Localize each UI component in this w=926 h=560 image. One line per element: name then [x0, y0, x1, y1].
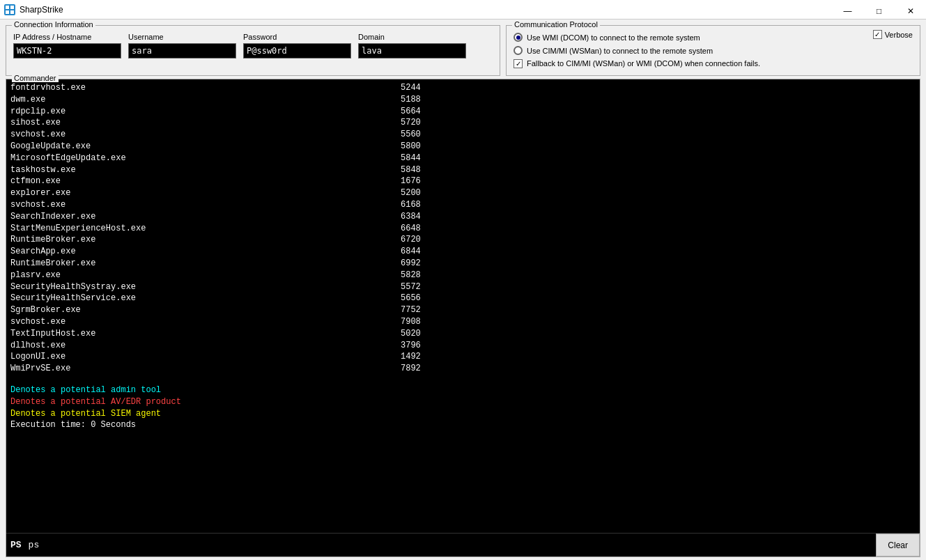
username-field-group: Username — [128, 33, 236, 59]
domain-field-group: Domain — [358, 33, 466, 59]
table-row: sihost.exe5720 — [10, 117, 916, 129]
process-name: StartMenuExperienceHost.exe — [10, 223, 401, 235]
table-row: explorer.exe5200 — [10, 187, 916, 199]
svg-rect-0 — [6, 6, 9, 9]
terminal-input-bar: PS Clear — [6, 533, 920, 557]
password-field-group: Password — [243, 33, 351, 59]
process-pid: 5572 — [401, 281, 421, 293]
window-controls: — □ ✕ — [832, 1, 926, 17]
table-row: SecurityHealthSystray.exe5572 — [10, 281, 916, 293]
process-name: rdpclip.exe — [10, 106, 401, 118]
legend-line: Denotes a potential admin tool — [10, 384, 916, 396]
app-title: SharpStrike — [20, 5, 63, 15]
fallback-label: Fallback to CIM/MI (WSMan) or WMI (DCOM)… — [527, 59, 760, 68]
process-name: WmiPrvSE.exe — [10, 363, 401, 375]
process-pid: 5848 — [401, 164, 421, 176]
process-pid: 6844 — [401, 246, 421, 258]
terminal-prompt: PS — [6, 540, 26, 550]
connection-panel: Connection Information IP Address / Host… — [6, 25, 500, 76]
ip-input[interactable] — [13, 43, 121, 59]
table-row: WmiPrvSE.exe7892 — [10, 363, 916, 375]
process-name: ctfmon.exe — [10, 176, 401, 187]
process-name: svchost.exe — [10, 316, 401, 328]
commander-legend: Commander — [12, 74, 59, 82]
table-row: StartMenuExperienceHost.exe6648 — [10, 223, 916, 235]
process-pid: 5800 — [401, 141, 421, 153]
top-section: Connection Information IP Address / Host… — [0, 20, 926, 79]
table-row: SecurityHealthService.exe5656 — [10, 293, 916, 304]
verbose-checkbox[interactable] — [873, 30, 882, 39]
process-name: taskhostw.exe — [10, 164, 401, 176]
title-bar: SharpStrike — □ ✕ — [0, 0, 926, 20]
table-row: SearchApp.exe6844 — [10, 246, 916, 258]
process-pid: 5560 — [401, 129, 421, 141]
process-pid: 5844 — [401, 153, 421, 164]
svg-rect-2 — [6, 10, 9, 14]
minimize-button[interactable]: — — [832, 1, 863, 21]
fallback-checkbox[interactable] — [514, 59, 523, 68]
process-name: TextInputHost.exe — [10, 328, 401, 340]
process-pid: 5720 — [401, 117, 421, 129]
domain-input[interactable] — [358, 43, 466, 59]
process-pid: 6992 — [401, 258, 421, 270]
legend-line: Execution time: 0 Seconds — [10, 419, 916, 431]
terminal-output[interactable]: fontdrvhost.exe5244dwm.exe5188rdpclip.ex… — [6, 79, 920, 533]
process-pid: 6384 — [401, 211, 421, 223]
terminal-input[interactable] — [26, 534, 877, 557]
communication-legend: Communication Protocol — [512, 20, 600, 29]
connection-fields: IP Address / Hostname Username Password … — [13, 33, 493, 59]
table-row: rdpclip.exe5664 — [10, 106, 916, 118]
legend-line: Denotes a potential SIEM agent — [10, 408, 916, 420]
commander-section: Commander fontdrvhost.exe5244dwm.exe5188… — [6, 79, 920, 557]
domain-label: Domain — [358, 33, 466, 41]
process-pid: 5244 — [401, 82, 421, 94]
comm-panel-content: Use WMI (DCOM) to connect to the remote … — [514, 33, 913, 68]
comm-option2-radio[interactable] — [514, 46, 523, 55]
table-row: MicrosoftEdgeUpdate.exe5844 — [10, 153, 916, 164]
process-pid: 5200 — [401, 187, 421, 199]
table-row: RuntimeBroker.exe6992 — [10, 258, 916, 270]
communication-panel: Communication Protocol Verbose Use WMI (… — [506, 25, 920, 76]
password-label: Password — [243, 33, 351, 41]
process-pid: 6648 — [401, 223, 421, 235]
table-row: plasrv.exe5828 — [10, 270, 916, 281]
title-bar-left: SharpStrike — [0, 4, 63, 15]
legend-line: Denotes a potential AV/EDR product — [10, 396, 916, 408]
table-row: LogonUI.exe1492 — [10, 351, 916, 363]
process-pid: 7908 — [401, 316, 421, 328]
table-row: RuntimeBroker.exe6720 — [10, 234, 916, 246]
process-name: GoogleUpdate.exe — [10, 141, 401, 153]
svg-rect-1 — [10, 6, 14, 9]
process-name: svchost.exe — [10, 129, 401, 141]
process-name: SecurityHealthService.exe — [10, 293, 401, 304]
app-icon — [4, 4, 15, 15]
table-row: ctfmon.exe1676 — [10, 176, 916, 187]
process-name: SecurityHealthSystray.exe — [10, 281, 401, 293]
comm-option1-radio[interactable] — [514, 33, 523, 42]
comm-option2-label: Use CIM/MI (WSMan) to connect to the rem… — [527, 47, 713, 55]
password-input[interactable] — [243, 43, 351, 59]
process-name: LogonUI.exe — [10, 351, 401, 363]
maximize-button[interactable]: □ — [863, 1, 895, 21]
ip-label: IP Address / Hostname — [13, 33, 121, 41]
process-pid: 5656 — [401, 293, 421, 304]
table-row: svchost.exe7908 — [10, 316, 916, 328]
process-name: svchost.exe — [10, 199, 401, 211]
process-name: SearchIndexer.exe — [10, 211, 401, 223]
clear-button[interactable]: Clear — [876, 534, 920, 557]
ip-field-group: IP Address / Hostname — [13, 33, 121, 59]
process-pid: 6168 — [401, 199, 421, 211]
table-row: svchost.exe6168 — [10, 199, 916, 211]
process-pid: 5828 — [401, 270, 421, 281]
process-pid: 7892 — [401, 363, 421, 375]
process-pid: 5020 — [401, 328, 421, 340]
process-name: dwm.exe — [10, 94, 401, 106]
process-name: SgrmBroker.exe — [10, 304, 401, 316]
close-button[interactable]: ✕ — [895, 1, 926, 21]
process-pid: 5188 — [401, 94, 421, 106]
process-name: RuntimeBroker.exe — [10, 258, 401, 270]
verbose-row: Verbose — [873, 30, 913, 39]
username-input[interactable] — [128, 43, 236, 59]
table-row: taskhostw.exe5848 — [10, 164, 916, 176]
verbose-label: Verbose — [885, 31, 913, 39]
